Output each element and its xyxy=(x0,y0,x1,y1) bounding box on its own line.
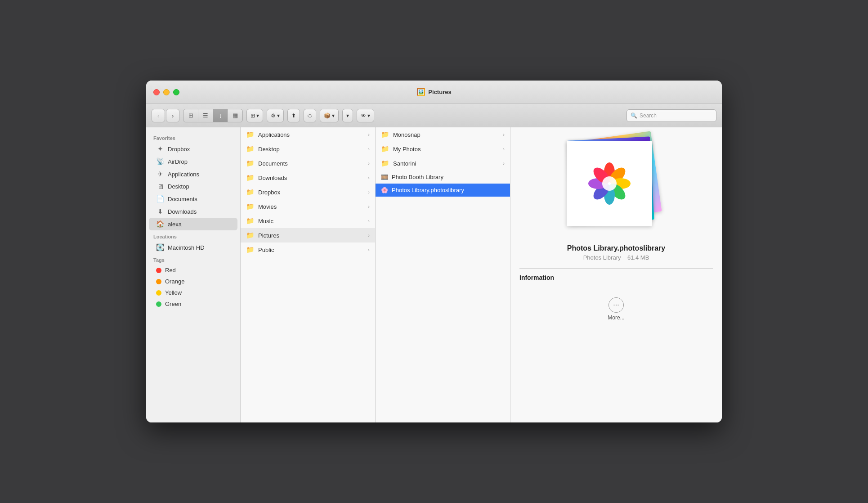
preview-section-label: Information xyxy=(519,274,554,281)
folder-music[interactable]: 📁 Music › xyxy=(241,214,375,228)
close-button[interactable] xyxy=(153,89,160,95)
eye-icon: 👁 xyxy=(361,112,366,119)
sidebar-item-tag-yellow[interactable]: Yellow xyxy=(149,287,237,298)
arrow-applications: › xyxy=(368,132,370,137)
sidebar-item-desktop[interactable]: 🖥 Desktop xyxy=(149,180,237,193)
folder-movies[interactable]: 📁 Movies › xyxy=(241,199,375,214)
tag-yellow-label: Yellow xyxy=(165,289,182,296)
sidebar-item-applications-label: Applications xyxy=(168,171,199,178)
forward-button[interactable]: › xyxy=(166,109,179,122)
tag-red-label: Red xyxy=(165,267,176,274)
arrow-pictures: › xyxy=(368,233,370,238)
desktop-icon: 🖥 xyxy=(156,183,164,190)
sidebar-item-tag-orange[interactable]: Orange xyxy=(149,276,237,287)
tag-icon: ⬭ xyxy=(308,112,312,119)
orange-dot xyxy=(156,279,161,284)
airdrop-icon: 📡 xyxy=(156,157,164,166)
sidebar-item-tag-red[interactable]: Red xyxy=(149,265,237,276)
maximize-button[interactable] xyxy=(173,89,179,95)
arrow-downloads: › xyxy=(368,175,370,180)
folder-applications-icon: 📁 xyxy=(246,130,255,139)
sidebar-item-alexa[interactable]: 🏠 alexa xyxy=(149,218,237,230)
documents-icon: 📄 xyxy=(156,195,164,203)
sidebar-item-desktop-label: Desktop xyxy=(168,183,189,190)
column-1: 📁 Applications › 📁 Desktop › 📁 Documents… xyxy=(241,127,376,422)
photo-stack xyxy=(562,136,661,226)
dropbox-button[interactable]: 📦 ▾ xyxy=(320,109,339,122)
eye-button[interactable]: 👁 ▾ xyxy=(357,109,374,122)
gallery-view-button[interactable]: ▦ xyxy=(228,109,242,122)
file-browser: 📁 Applications › 📁 Desktop › 📁 Documents… xyxy=(241,127,722,422)
tag-button[interactable]: ⬭ xyxy=(304,109,316,122)
group-icon: ⊞ xyxy=(251,112,255,119)
folder-applications[interactable]: 📁 Applications › xyxy=(241,127,375,142)
sidebar-item-tag-green[interactable]: Green xyxy=(149,298,237,310)
arrow-my-photos: › xyxy=(503,146,505,152)
search-icon: 🔍 xyxy=(631,112,637,119)
sidebar-item-downloads[interactable]: ⬇ Downloads xyxy=(149,205,237,218)
folder-desktop[interactable]: 📁 Desktop › xyxy=(241,142,375,156)
photos-library-label: Photos Library.photoslibrary xyxy=(392,187,464,193)
sidebar-item-alexa-label: alexa xyxy=(168,221,182,228)
icon-view-button[interactable]: ⊞ xyxy=(183,109,198,122)
alexa-icon: 🏠 xyxy=(156,220,164,228)
preview-panel: Photos Library.photoslibrary Photos Libr… xyxy=(510,127,722,422)
preview-filename: Photos Library.photoslibrary xyxy=(567,244,665,252)
folder-public-label: Public xyxy=(258,247,274,253)
sidebar-item-airdrop[interactable]: 📡 AirDrop xyxy=(149,155,237,168)
photos-library-icon: 🌸 xyxy=(381,187,388,193)
item-photos-library[interactable]: 🌸 Photos Library.photoslibrary xyxy=(376,184,510,197)
sidebar-item-macintosh-hd[interactable]: 💽 Macintosh HD xyxy=(149,241,237,254)
tag-green-label: Green xyxy=(165,301,181,307)
main-area: Favorites ✦ Dropbox 📡 AirDrop ✈ Applicat… xyxy=(146,127,722,422)
folder-downloads[interactable]: 📁 Downloads › xyxy=(241,171,375,185)
sidebar-item-documents-label: Documents xyxy=(168,196,197,202)
eye-chevron: ▾ xyxy=(367,112,370,119)
folder-desktop-icon: 📁 xyxy=(246,145,255,153)
sidebar-item-macintosh-hd-label: Macintosh HD xyxy=(168,244,205,251)
folder-dropbox-icon: 📁 xyxy=(246,188,255,196)
folder-documents[interactable]: 📁 Documents › xyxy=(241,156,375,171)
action-button[interactable]: ⚙ ▾ xyxy=(267,109,284,122)
item-monosnap[interactable]: 📁 Monosnap › xyxy=(376,127,510,142)
sort-button[interactable]: ▾ xyxy=(342,109,353,122)
item-santorini[interactable]: 📁 Santorini › xyxy=(376,156,510,171)
arrow-music: › xyxy=(368,218,370,224)
column-view-button[interactable]: ⫿ xyxy=(213,109,228,122)
minimize-button[interactable] xyxy=(163,89,170,95)
back-button[interactable]: ‹ xyxy=(152,109,165,122)
folder-movies-label: Movies xyxy=(258,203,277,210)
folder-pictures[interactable]: 📁 Pictures › xyxy=(241,228,375,243)
tag-orange-label: Orange xyxy=(165,278,184,285)
sidebar-item-documents[interactable]: 📄 Documents xyxy=(149,193,237,205)
titlebar-center: 🖼️ Pictures xyxy=(416,88,451,96)
photo-booth-label: Photo Booth Library xyxy=(392,174,443,180)
arrow-movies: › xyxy=(368,204,370,209)
folder-dropbox[interactable]: 📁 Dropbox › xyxy=(241,185,375,199)
photo-booth-icon: 🎞️ xyxy=(381,174,388,180)
search-box[interactable]: 🔍 Search xyxy=(626,109,716,122)
santorini-icon: 📁 xyxy=(381,159,389,167)
toolbar: ‹ › ⊞ ☰ ⫿ ▦ ⊞ ▾ ⚙ ▾ ⬆ ⬭ 📦 ▾ xyxy=(146,104,722,127)
sidebar-item-dropbox[interactable]: ✦ Dropbox xyxy=(149,143,237,155)
share-button[interactable]: ⬆ xyxy=(287,109,300,122)
finder-window: 🖼️ Pictures ‹ › ⊞ ☰ ⫿ ▦ ⊞ ▾ ⚙ ▾ xyxy=(146,81,722,422)
green-dot xyxy=(156,301,161,307)
sidebar-item-applications[interactable]: ✈ Applications xyxy=(149,168,237,180)
item-photo-booth-library[interactable]: 🎞️ Photo Booth Library xyxy=(376,171,510,184)
list-view-button[interactable]: ☰ xyxy=(198,109,213,122)
forward-icon: › xyxy=(172,112,174,119)
yellow-dot xyxy=(156,290,161,296)
preview-image-container xyxy=(562,136,670,235)
more-dots-button[interactable]: ··· xyxy=(608,297,624,313)
group-by-button[interactable]: ⊞ ▾ xyxy=(246,109,263,122)
folder-public[interactable]: 📁 Public › xyxy=(241,243,375,257)
arrow-desktop: › xyxy=(368,146,370,152)
folder-downloads-icon: 📁 xyxy=(246,174,255,182)
arrow-public: › xyxy=(368,247,370,252)
my-photos-icon: 📁 xyxy=(381,145,389,153)
item-my-photos[interactable]: 📁 My Photos › xyxy=(376,142,510,156)
preview-more: ··· More... xyxy=(608,297,624,321)
dropbox-sidebar-icon: ✦ xyxy=(156,145,164,153)
folder-pictures-icon: 📁 xyxy=(246,231,255,239)
